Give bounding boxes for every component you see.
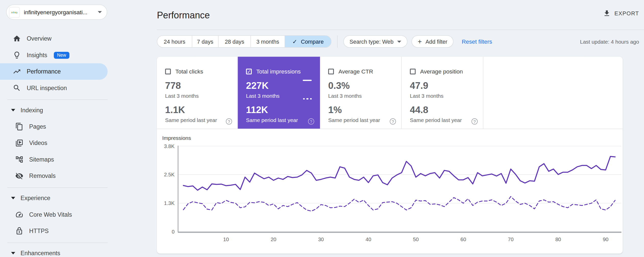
plus-icon: + bbox=[418, 38, 422, 45]
expand-arrow-icon bbox=[11, 197, 15, 199]
property-logo: infinity bbox=[9, 7, 20, 18]
date-range-28-days[interactable]: 28 days bbox=[218, 36, 250, 47]
svg-text:2.5K: 2.5K bbox=[164, 172, 175, 177]
sidebar-item-label: Videos bbox=[29, 140, 47, 146]
export-label: EXPORT bbox=[614, 10, 639, 16]
add-filter-label: Add filter bbox=[425, 39, 447, 45]
speed-gauge-icon bbox=[15, 210, 23, 218]
impressions-chart[interactable]: 3.8K2.5K1.3K0102030405060708090 bbox=[157, 57, 623, 253]
expand-arrow-icon bbox=[11, 109, 15, 112]
property-name: infinityenergyorganisati... bbox=[24, 9, 87, 16]
sidebar-item-label: URL inspection bbox=[27, 85, 67, 91]
last-update-text: Last update: 4 hours ago bbox=[580, 39, 639, 45]
reset-filters-link[interactable]: Reset filters bbox=[462, 38, 492, 45]
sidebar-item-insights[interactable]: Insights New bbox=[0, 47, 112, 63]
date-range-7-days[interactable]: 7 days bbox=[192, 36, 218, 47]
section-label: Indexing bbox=[21, 107, 43, 114]
main-content: Performance EXPORT 24 hours 7 days 28 da… bbox=[112, 0, 644, 257]
svg-text:80: 80 bbox=[555, 237, 561, 242]
svg-text:70: 70 bbox=[508, 237, 513, 242]
sidebar-item-label: Removals bbox=[29, 173, 56, 179]
sidebar-item-https[interactable]: HTTPS bbox=[0, 223, 112, 239]
filter-bar: 24 hours 7 days 28 days 3 months ✓ Compa… bbox=[157, 35, 644, 47]
sidebar-item-url-inspection[interactable]: URL inspection bbox=[0, 80, 112, 96]
svg-text:50: 50 bbox=[413, 237, 419, 242]
sidebar-item-pages[interactable]: Pages bbox=[0, 118, 112, 135]
sidebar-item-label: Overview bbox=[27, 35, 52, 42]
sidebar-section-indexing[interactable]: Indexing bbox=[0, 102, 112, 118]
video-library-icon bbox=[15, 139, 23, 147]
sidebar-section-experience[interactable]: Experience bbox=[0, 190, 112, 206]
date-range-24-hours[interactable]: 24 hours bbox=[157, 36, 192, 47]
sidebar-item-label: Insights bbox=[27, 52, 47, 58]
svg-text:1.3K: 1.3K bbox=[164, 200, 175, 206]
new-badge: New bbox=[54, 52, 69, 58]
sidebar-item-label: Pages bbox=[29, 123, 46, 130]
svg-text:90: 90 bbox=[603, 237, 608, 242]
sidebar-item-core-web-vitals[interactable]: Core Web Vitals bbox=[0, 206, 112, 223]
sidebar-item-overview[interactable]: Overview bbox=[0, 30, 112, 47]
sidebar-item-label: HTTPS bbox=[29, 228, 49, 234]
search-console-app: infinity infinityenergyorganisati... Ove… bbox=[0, 0, 644, 257]
sidebar-item-sitemaps[interactable]: Sitemaps bbox=[0, 151, 112, 168]
svg-text:3.8K: 3.8K bbox=[164, 143, 175, 149]
page-title: Performance bbox=[157, 10, 210, 21]
search-type-dropdown[interactable]: Search type: Web bbox=[343, 35, 407, 47]
page-header: Performance EXPORT bbox=[157, 0, 644, 30]
export-button[interactable]: EXPORT bbox=[603, 9, 639, 17]
svg-text:40: 40 bbox=[365, 237, 371, 242]
section-label: Experience bbox=[21, 195, 50, 201]
search-type-label: Search type: Web bbox=[349, 39, 393, 45]
date-range-group: 24 hours 7 days 28 days 3 months ✓ Compa… bbox=[157, 35, 331, 47]
lock-icon bbox=[15, 227, 23, 235]
sidebar-item-label: Performance bbox=[27, 68, 61, 75]
svg-text:30: 30 bbox=[318, 237, 324, 242]
filter-separator bbox=[337, 35, 338, 47]
svg-text:60: 60 bbox=[460, 237, 466, 242]
add-filter-button[interactable]: + Add filter bbox=[412, 35, 454, 47]
pages-icon bbox=[15, 123, 23, 131]
chevron-down-icon bbox=[397, 41, 401, 43]
compare-label: Compare bbox=[301, 39, 324, 45]
sidebar-divider bbox=[7, 242, 108, 243]
date-range-3-months[interactable]: 3 months bbox=[250, 36, 285, 47]
section-label: Enhancements bbox=[21, 250, 60, 256]
sidebar: infinity infinityenergyorganisati... Ove… bbox=[0, 0, 112, 257]
sidebar-item-videos[interactable]: Videos bbox=[0, 135, 112, 151]
expand-arrow-icon bbox=[11, 252, 15, 254]
sidebar-section-enhancements[interactable]: Enhancements bbox=[0, 245, 112, 257]
visibility-off-icon bbox=[15, 172, 23, 180]
sidebar-divider bbox=[7, 187, 108, 188]
search-icon bbox=[13, 84, 21, 92]
performance-panel: Total clicks 778 Last 3 months 1.1K Same… bbox=[157, 57, 623, 253]
download-icon bbox=[603, 9, 611, 17]
trending-up-icon bbox=[13, 67, 21, 76]
svg-text:10: 10 bbox=[223, 237, 229, 242]
property-selector[interactable]: infinity infinityenergyorganisati... bbox=[6, 5, 107, 20]
sidebar-item-label: Core Web Vitals bbox=[29, 211, 72, 218]
sidebar-item-performance[interactable]: Performance bbox=[0, 63, 108, 80]
home-icon bbox=[13, 34, 21, 43]
check-icon: ✓ bbox=[292, 38, 297, 45]
svg-text:0: 0 bbox=[172, 229, 174, 235]
sitemap-tree-icon bbox=[15, 155, 23, 164]
compare-toggle[interactable]: ✓ Compare bbox=[285, 36, 331, 47]
sidebar-item-removals[interactable]: Removals bbox=[0, 168, 112, 184]
sidebar-divider bbox=[7, 100, 108, 100]
sidebar-item-label: Sitemaps bbox=[29, 156, 54, 163]
svg-text:20: 20 bbox=[271, 237, 276, 242]
lightbulb-icon bbox=[13, 51, 21, 59]
chevron-down-icon bbox=[98, 11, 102, 13]
